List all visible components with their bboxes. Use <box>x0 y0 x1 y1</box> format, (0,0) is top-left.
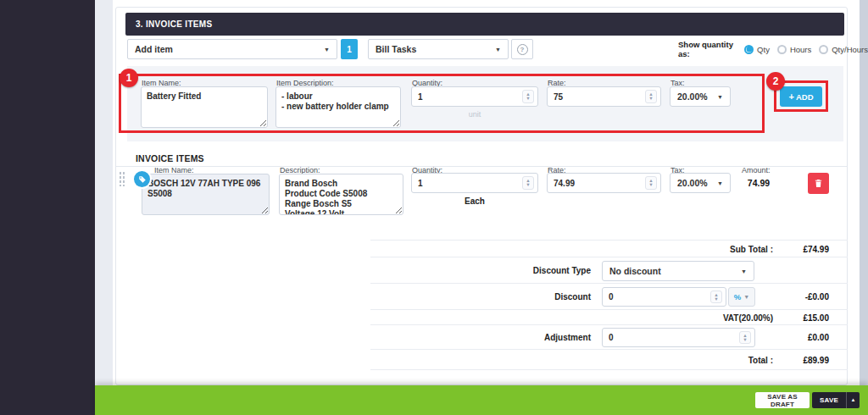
radio-option-hours[interactable]: Hours <box>777 45 811 54</box>
show-quantity-toggle: Show quantity as: Qty Hours Qty/Hours <box>678 39 868 59</box>
left-nav-sidebar <box>0 0 95 415</box>
annotation-step-2: 2 <box>766 72 785 91</box>
rate-input-wrap: ▲▼ <box>547 86 661 107</box>
discount-input-wrap: ▲▼ <box>602 287 726 307</box>
adjustment-label: Adjustment <box>544 333 591 342</box>
chevron-down-icon: ▼ <box>741 268 747 274</box>
row-description-input[interactable]: Brand Bosch Product Code S5008 Range Bos… <box>279 174 403 215</box>
item-description-input[interactable]: - labour - new battery holder clamp <box>275 86 401 128</box>
vat-value: £15.00 <box>803 313 829 323</box>
quantity-input[interactable] <box>412 87 537 106</box>
adjustment-input[interactable] <box>603 329 754 346</box>
chevron-down-icon: ▼ <box>717 94 723 100</box>
row-rate-input[interactable] <box>548 174 660 192</box>
add-item-select[interactable]: Add item ▼ <box>127 39 337 59</box>
bill-tasks-select-value: Bill Tasks <box>376 44 490 54</box>
radio-label: Hours <box>790 45 811 54</box>
chevron-down-icon: ▼ <box>495 47 501 53</box>
row-amount-label: Amount: <box>742 166 771 174</box>
row-rate-input-wrap: ▲▼ <box>547 173 661 193</box>
number-spinner[interactable]: ▲▼ <box>739 331 751 344</box>
adjustment-input-wrap: ▲▼ <box>602 328 755 347</box>
save-button-label: SAVE <box>812 396 846 404</box>
vat-row: VAT(20.00%) £15.00 <box>370 309 848 324</box>
trash-icon <box>814 179 823 188</box>
add-button[interactable]: + ADD <box>780 86 822 107</box>
plus-icon: + <box>788 91 793 102</box>
subtotal-value: £74.99 <box>803 245 829 254</box>
radio-icon[interactable] <box>777 45 787 54</box>
item-count-badge[interactable]: 1 <box>341 39 358 59</box>
row-quantity-input[interactable] <box>412 174 537 192</box>
save-button[interactable]: SAVE ▲ <box>812 392 860 408</box>
add-item-select-value: Add item <box>135 44 319 54</box>
show-quantity-label: Show quantity as: <box>678 40 737 58</box>
content-gutter <box>95 0 113 385</box>
number-spinner[interactable]: ▲▼ <box>522 176 534 190</box>
section-title-bar: 3. INVOICE ITEMS <box>125 13 844 36</box>
number-spinner[interactable]: ▲▼ <box>522 90 534 103</box>
row-quantity-unit: Each <box>411 196 538 206</box>
quantity-unit-hint: unit <box>411 110 538 119</box>
total-value: £89.99 <box>803 356 829 365</box>
discount-amount: -£0.00 <box>805 292 829 302</box>
chevron-up-icon: ▲ <box>846 392 860 408</box>
row-item-name-input[interactable]: BOSCH 12V 77AH TYPE 096 S5008 <box>142 174 270 215</box>
quantity-input-wrap: ▲▼ <box>411 86 538 107</box>
discount-label: Discount <box>554 292 591 302</box>
vat-label: VAT(20.00%) <box>723 313 773 323</box>
number-spinner[interactable]: ▲▼ <box>645 176 657 190</box>
adjustment-row: Adjustment ▲▼ £0.00 <box>370 324 848 349</box>
bill-tasks-help-button[interactable]: ? <box>511 39 533 59</box>
row-quantity-input-wrap: ▲▼ <box>411 173 538 193</box>
tax-select[interactable]: 20.00% ▼ <box>670 86 731 107</box>
radio-icon[interactable] <box>819 45 828 54</box>
total-row: Total : £89.99 <box>370 349 848 370</box>
radio-option-qty-hours[interactable]: Qty/Hours <box>819 45 868 54</box>
number-spinner[interactable]: ▲▼ <box>645 90 657 103</box>
discount-type-label: Discount Type <box>533 266 591 275</box>
chevron-down-icon: ▼ <box>717 180 723 186</box>
item-count-value: 1 <box>347 45 352 54</box>
subtotal-label: Sub Total : <box>730 245 773 254</box>
discount-type-select[interactable]: No discount ▼ <box>602 261 754 281</box>
radio-label: Qty <box>757 45 770 54</box>
chevron-down-icon: ▼ <box>324 47 330 53</box>
annotation-step-1: 1 <box>120 69 138 87</box>
invoice-page: 3. INVOICE ITEMS Add item ▼ 1 Bill Tasks… <box>0 0 868 415</box>
invoice-items-title: INVOICE ITEMS <box>136 153 204 163</box>
discount-type-row: Discount Type No discount ▼ <box>370 257 848 283</box>
stock-item-icon <box>134 171 150 187</box>
radio-label: Qty/Hours <box>832 45 868 54</box>
discount-type-value: No discount <box>609 266 736 276</box>
help-icon: ? <box>517 44 528 55</box>
radio-option-qty[interactable]: Qty <box>744 45 770 54</box>
percent-icon: % <box>734 292 741 302</box>
save-as-draft-button[interactable]: SAVE AS DRAFT <box>755 392 810 408</box>
radio-icon[interactable] <box>744 45 754 54</box>
section-title: 3. INVOICE ITEMS <box>136 19 212 29</box>
drag-handle-icon[interactable] <box>119 171 125 186</box>
row-tax-select-value: 20.00% <box>677 178 712 188</box>
subtotal-row: Sub Total : £74.99 <box>370 240 848 257</box>
bill-tasks-select[interactable]: Bill Tasks ▼ <box>368 39 509 59</box>
adjustment-amount: £0.00 <box>808 333 829 342</box>
total-label: Total : <box>748 356 773 365</box>
tax-select-value: 20.00% <box>677 91 712 102</box>
delete-row-button[interactable] <box>808 173 829 194</box>
row-tax-select[interactable]: 20.00% ▼ <box>670 173 731 193</box>
discount-input[interactable] <box>603 288 726 306</box>
row-amount-value: 74.99 <box>736 178 782 188</box>
invoice-items-header <box>116 149 847 167</box>
number-spinner[interactable]: ▲▼ <box>710 290 722 303</box>
chevron-down-icon: ▼ <box>743 294 749 300</box>
discount-unit-dropdown[interactable]: % ▼ <box>728 287 755 307</box>
item-name-input[interactable]: Battery Fitted <box>141 86 268 128</box>
footer-action-bar: SAVE AS DRAFT SAVE ▲ <box>95 385 868 415</box>
discount-row: Discount ▲▼ % ▼ -£0.00 <box>370 283 848 309</box>
add-button-label: ADD <box>796 92 814 102</box>
rate-input[interactable] <box>548 87 660 106</box>
